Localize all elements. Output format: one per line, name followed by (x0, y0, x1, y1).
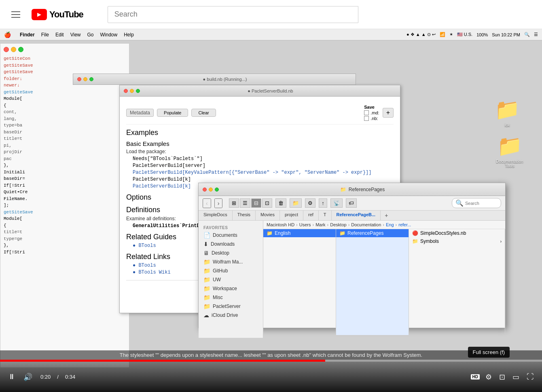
path-documentation[interactable]: Documentation (351, 222, 381, 227)
path-refer[interactable]: refer... (398, 222, 411, 227)
menu-finder[interactable]: Finder (20, 32, 35, 38)
settings-button[interactable]: ⚙ (484, 371, 493, 383)
miniplayer-button[interactable]: ⊡ (498, 371, 507, 383)
tab-ref[interactable]: ref (303, 211, 319, 220)
menu-go[interactable]: Go (87, 32, 94, 38)
view-icon[interactable]: ⊞ (229, 198, 239, 208)
save-nb-option[interactable]: .nb: (371, 116, 378, 121)
folder-icon-2: 📁 (497, 134, 522, 158)
sidebar-github[interactable]: 📁 GitHub (199, 266, 263, 275)
view-coverflow[interactable]: ⊡ (262, 198, 272, 208)
sidebar-pacletserver[interactable]: 📁 PacletServer (199, 302, 263, 311)
list-icon[interactable]: ☰ (534, 32, 538, 37)
code-editor-window: ‍getSiteCon ‍getSiteSave ‍getSiteSave ‍f… (0, 43, 129, 368)
tab-simpledocs[interactable]: SimpleDocs (199, 211, 233, 220)
sidebar-wolfram[interactable]: 📁 Wolfram Ma... (199, 257, 263, 266)
code-line: getSiteSave (4, 89, 126, 96)
tab-t[interactable]: T (319, 211, 332, 220)
menu-view[interactable]: View (70, 32, 81, 38)
path-sep4: › (348, 222, 350, 227)
code-line: ]; (4, 202, 126, 209)
yt-logo[interactable]: YouTube (32, 9, 83, 20)
youtube-header: YouTube (0, 0, 542, 29)
finder-titlebar: 📁 ReferencePages (199, 183, 505, 196)
code-line: title=t (4, 135, 126, 142)
save-md-option[interactable]: .md: (371, 110, 379, 115)
ctrl-right: HD ⚙ ⊡ ▭ ⛶ (471, 371, 536, 383)
tab-thesis[interactable]: Thesis (233, 211, 256, 220)
video-controls[interactable]: ⏸ 🔊 0:20 / 0:34 HD ⚙ ⊡ ▭ ⛶ (0, 360, 542, 392)
search-input[interactable] (108, 6, 358, 23)
menu-help[interactable]: Help (124, 32, 134, 38)
path-mark[interactable]: Mark (315, 222, 325, 227)
sidebar-uw[interactable]: 📁 UW (199, 275, 263, 284)
add-tab[interactable]: + (381, 211, 392, 220)
pause-button[interactable]: ⏸ (6, 371, 17, 383)
col3-symbols[interactable]: 📁 Symbols › (409, 237, 505, 245)
finder-delete[interactable]: 🗑 (275, 198, 286, 208)
save-label: Save (364, 105, 379, 110)
folder-label-1: idk (505, 123, 510, 127)
path-sep5: › (383, 222, 384, 227)
finder-forward[interactable]: › (214, 198, 223, 208)
tab-referencepages[interactable]: ReferencePageB... (332, 211, 381, 220)
sidebar-misc[interactable]: 📁 Misc (199, 293, 263, 302)
menu-edit[interactable]: Edit (55, 32, 64, 38)
apple-icon[interactable]: 🍎 (4, 32, 11, 38)
path-sep1: › (296, 222, 298, 227)
finder-tags[interactable]: 🏷 (346, 198, 357, 208)
desktop-folder-2[interactable]: 📁 Documentation Tools (495, 134, 524, 168)
view-list[interactable]: ☰ (240, 198, 250, 208)
mac-desktop: 🍎 Finder File Edit View Go Window Help ●… (0, 29, 542, 392)
finder-airdrop[interactable]: 📡 (330, 198, 343, 208)
view-column[interactable]: ⊟ (251, 198, 261, 208)
favorites-section-label: Favorites (199, 224, 263, 231)
finder-share[interactable]: ↑ (319, 198, 327, 208)
code-line2: PacletServerBuild[KeyValuePattern[{"Serv… (133, 170, 394, 175)
finder-search-input[interactable] (465, 201, 498, 206)
search-icon[interactable]: 🔍 (524, 32, 530, 37)
menu-window[interactable]: Window (100, 32, 118, 38)
finder-action[interactable]: ⚙ (305, 198, 315, 208)
progress-bar-container[interactable] (0, 360, 542, 362)
path-machd[interactable]: Macintosh HD (267, 222, 294, 227)
finder-back[interactable]: ‹ (203, 198, 211, 208)
controls-row: ⏸ 🔊 0:20 / 0:34 HD ⚙ ⊡ ▭ ⛶ (0, 362, 542, 392)
col2-referencepages[interactable]: 📁 ReferencePages (336, 229, 409, 237)
col1-english[interactable]: 📁 English (263, 229, 336, 237)
populate-button[interactable]: Populate (157, 109, 188, 117)
finder-new-folder[interactable]: 📁 (290, 198, 302, 208)
search-bar[interactable] (108, 6, 358, 23)
clear-button[interactable]: Clear (191, 109, 216, 117)
code-line: getSiteSave (4, 209, 126, 216)
build-nb-title: ● build.nb (Running...) (98, 77, 351, 82)
theater-button[interactable]: ▭ (511, 371, 521, 383)
tab-movies[interactable]: Movies (256, 211, 280, 220)
load-text: Load the package: (126, 149, 394, 154)
path-desktop[interactable]: Desktop (330, 222, 346, 227)
fullscreen-button[interactable]: ⛶ (525, 371, 536, 383)
path-users[interactable]: Users (299, 222, 311, 227)
col3-simpledocs[interactable]: 🔴 SimpleDocsStyles.nb (409, 229, 505, 237)
metadata-tab[interactable]: Metadata (126, 109, 154, 117)
sidebar-icloud[interactable]: ☁ iCloud Drive (199, 311, 263, 320)
sidebar-downloads[interactable]: ⬇ Downloads (199, 240, 263, 249)
build-nb-titlebar: ● build.nb (Running...) (73, 74, 356, 85)
menu-button[interactable] (8, 8, 23, 21)
sidebar-desktop[interactable]: 🖥 Desktop (199, 249, 263, 257)
desktop-folder-1[interactable]: 📁 idk (495, 98, 520, 127)
plus-button[interactable]: + (383, 108, 394, 118)
finder-toolbar: ‹ › ⊞ ☰ ⊟ ⊡ 🗑 📁 ⚙ ↑ 📡 🏷 🔍 (199, 196, 505, 211)
tab-project[interactable]: project (280, 211, 303, 220)
menu-file[interactable]: File (41, 32, 49, 38)
folder-icon-title: 📁 (340, 187, 346, 192)
code-line: pac (4, 156, 126, 162)
volume-button[interactable]: 🔊 (22, 371, 34, 383)
finder-search-bar[interactable]: 🔍 (452, 198, 501, 208)
path-eng[interactable]: Eng (386, 222, 394, 227)
path-sep6: › (396, 222, 397, 227)
code-line: Module[ (4, 215, 126, 222)
sidebar-documents[interactable]: 📄 Documents (199, 231, 263, 240)
code-line: { (4, 102, 126, 109)
sidebar-workspace[interactable]: 📁 Workspace (199, 284, 263, 293)
